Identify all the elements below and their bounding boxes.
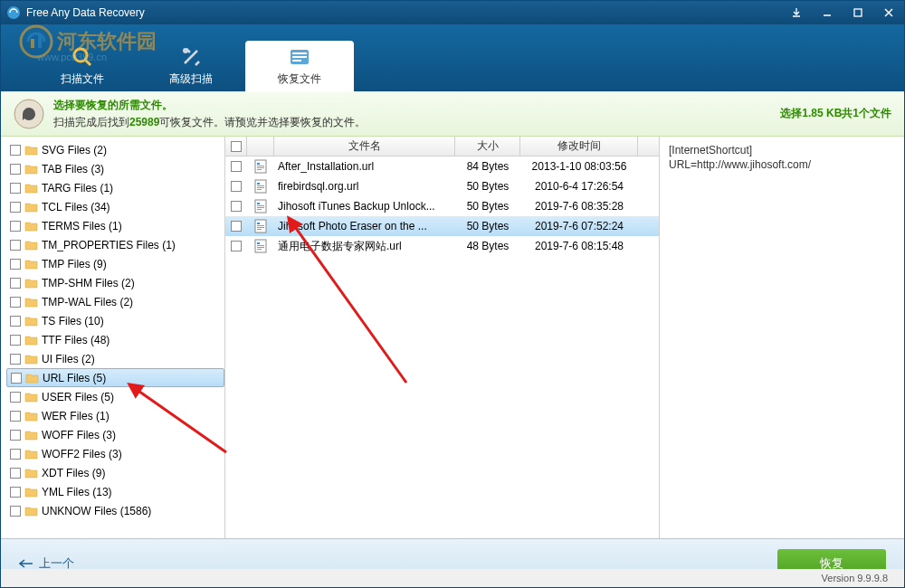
row-checkbox[interactable] [231, 241, 242, 251]
folder-icon [24, 486, 38, 498]
version-label: Version 9.9.9.8 [822, 573, 888, 583]
table-row[interactable]: 通用电子数据专家网站.url48 Bytes2019-7-6 08:15:48 [225, 236, 659, 256]
tab-scan-files[interactable]: 扫描文件 [28, 41, 137, 91]
category-checkbox[interactable] [10, 468, 21, 479]
category-sidebar[interactable]: SVG Files (2)TAB Files (3)TARG Files (1)… [1, 137, 225, 538]
svg-rect-28 [257, 223, 260, 224]
minimize-button[interactable] [812, 1, 843, 24]
select-all-checkbox[interactable] [231, 141, 242, 152]
grid-body[interactable]: After_Installation.url84 Bytes2013-1-10 … [225, 156, 659, 538]
sidebar-item[interactable]: UI Files (2) [6, 349, 224, 368]
svg-point-0 [7, 6, 20, 19]
category-label: WOFF2 Files (3) [42, 448, 122, 460]
category-checkbox[interactable] [10, 278, 21, 289]
sidebar-item[interactable]: URL Files (5) [6, 368, 224, 387]
sidebar-item[interactable]: TERMS Files (1) [6, 216, 224, 235]
sidebar-item[interactable]: TTF Files (48) [6, 330, 224, 349]
header-date[interactable]: 修改时间 [520, 137, 638, 156]
svg-rect-1 [854, 9, 862, 16]
folder-icon [24, 239, 38, 251]
sidebar-item[interactable]: WER Files (1) [6, 406, 224, 425]
sidebar-item[interactable]: TAB Files (3) [6, 159, 224, 178]
category-label: TMP-WAL Files (2) [42, 296, 133, 308]
sidebar-item[interactable]: WOFF2 Files (3) [6, 444, 224, 463]
file-name: Jihosoft Photo Eraser on the ... [274, 220, 455, 232]
header-name[interactable]: 文件名 [274, 137, 455, 156]
download-button[interactable] [781, 1, 812, 24]
category-checkbox[interactable] [10, 430, 21, 441]
close-button[interactable] [873, 1, 904, 24]
file-date: 2019-7-6 08:35:28 [520, 200, 638, 213]
svg-rect-24 [257, 205, 264, 206]
maximize-button[interactable] [843, 1, 873, 24]
category-label: TMP Files (9) [42, 258, 107, 270]
file-size: 48 Bytes [455, 240, 520, 252]
table-row[interactable]: firebirdsql.org.url50 Bytes2010-6-4 17:2… [225, 176, 659, 196]
tab-recover-files[interactable]: 恢复文件 [245, 41, 354, 91]
table-row[interactable]: After_Installation.url84 Bytes2013-1-10 … [225, 156, 659, 176]
table-row[interactable]: Jihosoft Photo Eraser on the ...50 Bytes… [225, 216, 659, 236]
sidebar-item[interactable]: SVG Files (2) [6, 140, 224, 159]
tab-advanced-scan[interactable]: 高级扫描 [137, 41, 245, 91]
header-checkbox-cell[interactable] [225, 137, 247, 156]
category-checkbox[interactable] [10, 354, 21, 365]
sidebar-item[interactable]: TM_PROPERTIES Files (1) [6, 235, 224, 254]
category-checkbox[interactable] [10, 335, 21, 346]
svg-rect-14 [257, 166, 264, 166]
category-checkbox[interactable] [10, 240, 21, 251]
folder-icon [25, 372, 39, 384]
sidebar-item[interactable]: TARG Files (1) [6, 178, 224, 197]
category-checkbox[interactable] [10, 221, 21, 232]
header-size[interactable]: 大小 [455, 137, 520, 156]
sidebar-item[interactable]: UNKNOW Files (1586) [6, 501, 224, 520]
info-title: 选择要恢复的所需文件。 [53, 98, 780, 113]
file-name: Jihosoft iTunes Backup Unlock... [274, 200, 455, 213]
status-bar: Version 9.9.9.8 [1, 569, 904, 587]
category-checkbox[interactable] [10, 392, 21, 403]
row-checkbox[interactable] [231, 161, 242, 172]
folder-icon [24, 277, 38, 289]
sidebar-item[interactable]: TMP-WAL Files (2) [6, 292, 224, 311]
sidebar-item[interactable]: TCL Files (34) [6, 197, 224, 216]
category-checkbox[interactable] [10, 259, 21, 270]
category-checkbox[interactable] [11, 373, 22, 384]
file-grid: 文件名 大小 修改时间 After_Installation.url84 Byt… [225, 137, 660, 538]
row-checkbox[interactable] [231, 201, 242, 212]
sidebar-item[interactable]: TS Files (10) [6, 311, 224, 330]
sidebar-item[interactable]: WOFF Files (3) [6, 425, 224, 444]
url-file-icon [253, 219, 268, 233]
category-checkbox[interactable] [10, 145, 21, 156]
sidebar-item[interactable]: YML Files (13) [6, 482, 224, 501]
url-file-icon [253, 239, 268, 253]
main-area: SVG Files (2)TAB Files (3)TARG Files (1)… [1, 137, 904, 538]
category-checkbox[interactable] [10, 164, 21, 175]
recover-icon [288, 45, 311, 69]
sidebar-item[interactable]: TMP-SHM Files (2) [6, 273, 224, 292]
tab-label: 恢复文件 [278, 71, 321, 87]
category-checkbox[interactable] [10, 487, 21, 498]
category-checkbox[interactable] [10, 506, 21, 517]
tools-icon [179, 45, 203, 69]
row-checkbox[interactable] [231, 221, 242, 232]
sidebar-item[interactable]: TMP Files (9) [6, 254, 224, 273]
file-date: 2013-1-10 08:03:56 [520, 160, 638, 173]
category-checkbox[interactable] [10, 297, 21, 308]
folder-icon [24, 144, 38, 156]
folder-icon [24, 258, 38, 270]
sidebar-item[interactable]: USER Files (5) [6, 387, 224, 406]
category-label: TMP-SHM Files (2) [42, 277, 135, 289]
svg-rect-15 [257, 167, 264, 168]
category-checkbox[interactable] [10, 449, 21, 460]
info-subtitle: 扫描完成后找到25989可恢复文件。请预览并选择要恢复的文件。 [53, 115, 780, 130]
category-checkbox[interactable] [10, 411, 21, 422]
category-checkbox[interactable] [10, 183, 21, 194]
sidebar-item[interactable]: XDT Files (9) [6, 463, 224, 482]
folder-icon [24, 334, 38, 346]
file-size: 84 Bytes [455, 160, 520, 173]
category-checkbox[interactable] [10, 202, 21, 213]
row-checkbox[interactable] [231, 181, 242, 192]
svg-rect-30 [257, 227, 264, 228]
category-checkbox[interactable] [10, 316, 21, 327]
file-size: 50 Bytes [455, 180, 520, 193]
table-row[interactable]: Jihosoft iTunes Backup Unlock...50 Bytes… [225, 196, 659, 216]
